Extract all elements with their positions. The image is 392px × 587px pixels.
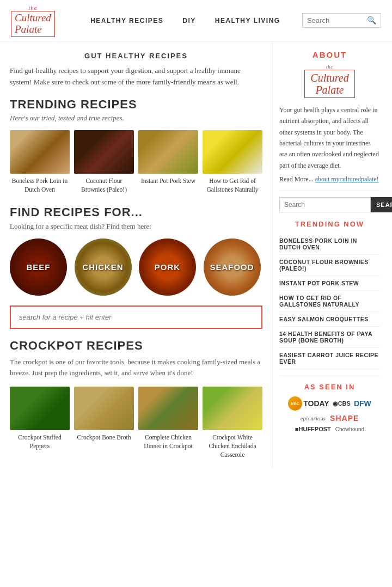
crockpot-card-enchilada[interactable]: Crockpot White Chicken Enchilada Cassero…	[203, 387, 262, 459]
as-seen-row-1: NBC TODAY ◉CBS DFW	[288, 396, 371, 411]
meat-chicken[interactable]: CHICKEN	[75, 239, 132, 296]
gut-desc: Find gut-healthy recipes to support your…	[10, 65, 262, 88]
as-seen-row-2: epicurious SHAPE	[301, 414, 359, 423]
meat-beef[interactable]: BEEF	[10, 239, 67, 296]
sidebar-logo-top: the	[279, 65, 380, 70]
meat-pork[interactable]: PORK	[139, 239, 196, 296]
crockpot-caption: Complete Chicken Dinner in Crockpot	[138, 433, 198, 450]
sidebar-about-desc: Your gut health plays a central role in …	[279, 105, 380, 171]
today-text: TODAY	[303, 399, 329, 408]
trending-item[interactable]: EASY SALMON CROQUETTES	[279, 312, 380, 327]
huffpost-logo: ■HUFFPOST	[295, 426, 331, 432]
sidebar-search: SEARCH	[279, 197, 380, 212]
shape-logo: SHAPE	[330, 414, 359, 423]
sidebar: ABOUT the CulturedPalate Your gut health…	[272, 42, 387, 469]
crockpot-caption: Crockpot Bone Broth	[74, 433, 134, 442]
find-title: FIND RECIPES FOR...	[10, 205, 262, 219]
recipe-card-gallstones[interactable]: How to Get Rid of Gallstones Naturally	[203, 130, 262, 194]
sidebar-logo[interactable]: the CulturedPalate	[279, 65, 380, 98]
recipe-img-pork-loin	[10, 130, 70, 174]
trending-item[interactable]: HOW TO GET RID OF GALLSTONES NATURALLY	[279, 291, 380, 312]
nav-healthy-recipes[interactable]: HEALTHY RECIPES	[90, 17, 163, 25]
recipe-caption: Instant Pot Pork Stew	[138, 176, 198, 185]
dfw-logo: DFW	[354, 399, 371, 408]
logo-main-text: CulturedPalate	[11, 11, 55, 37]
crockpot-caption: Crockpot Stuffed Peppers	[10, 433, 70, 450]
recipe-card-pork-loin[interactable]: Boneless Pork Loin in Dutch Oven	[10, 130, 70, 194]
nav-diy[interactable]: DIY	[182, 17, 196, 25]
today-logo: NBC TODAY	[288, 396, 329, 411]
trending-title: TRENDING RECIPES	[10, 97, 262, 112]
today-circle: NBC	[288, 396, 302, 411]
trending-item[interactable]: BONELESS PORK LOIN IN DUTCH OVEN	[279, 234, 380, 255]
meat-label-pork: PORK	[155, 262, 180, 272]
trending-item[interactable]: COCONUT FLOUR BROWNIES (PALEO!)	[279, 255, 380, 276]
crockpot-img-peppers	[10, 387, 70, 430]
trending-now-list: BONELESS PORK LOIN IN DUTCH OVEN COCONUT…	[279, 234, 380, 369]
trending-grid: Boneless Pork Loin in Dutch Oven Coconut…	[10, 130, 262, 194]
recipe-img-lemons	[203, 130, 262, 174]
gut-title: GUT HEALTHY RECIPES	[10, 52, 262, 60]
trending-sub: Here's our tried, tested and true recipe…	[10, 114, 262, 123]
as-seen-logos: NBC TODAY ◉CBS DFW epicurious SHAPE ■HUF…	[279, 396, 380, 432]
trending-item[interactable]: 14 HEALTH BENEFITS OF PAYA SOUP (BONE BR…	[279, 327, 380, 348]
crockpot-img-chicken	[138, 387, 198, 430]
sidebar-search-button[interactable]: SEARCH	[371, 197, 392, 212]
meat-label-beef: BEEF	[26, 262, 50, 272]
main-content: GUT HEALTHY RECIPES Find gut-healthy rec…	[0, 42, 272, 469]
as-seen-title: AS SEEN IN	[279, 383, 380, 391]
meat-seafood[interactable]: SEAFOOD	[204, 239, 261, 296]
crockpot-img-broth	[74, 387, 134, 430]
epicurious-logo: epicurious	[301, 415, 326, 421]
crockpot-desc: The crockpot is one of our favorite tool…	[10, 357, 262, 380]
logo-top-text: the	[11, 4, 55, 11]
recipe-caption: Coconut Flour Brownies (Paleo!)	[74, 176, 134, 194]
crockpot-card-chicken[interactable]: Complete Chicken Dinner in Crockpot	[138, 387, 198, 459]
find-sub: Looking for a specific meat dish? Find t…	[10, 222, 262, 231]
search-icon[interactable]: 🔍	[367, 16, 376, 25]
as-seen-row-3: ■HUFFPOST Chowhound	[295, 426, 364, 432]
crockpot-caption: Crockpot White Chicken Enchilada Cassero…	[203, 433, 262, 459]
crockpot-card-broth[interactable]: Crockpot Bone Broth	[74, 387, 134, 459]
header-search: 🔍	[302, 13, 381, 28]
header-search-input[interactable]	[307, 16, 367, 25]
meat-label-seafood: SEAFOOD	[210, 262, 254, 272]
about-link[interactable]: about myculturedpalate!	[315, 175, 379, 183]
recipe-card-stew[interactable]: Instant Pot Pork Stew	[138, 130, 198, 194]
trending-item[interactable]: EASIEST CARROT JUICE RECIPE EVER	[279, 348, 380, 369]
nav-healthy-living[interactable]: HEALTHY LIVING	[215, 17, 280, 25]
trending-now-title: TRENDING NOW	[279, 220, 380, 228]
sidebar-read-more: Read More... about myculturedpalate!	[279, 175, 380, 184]
site-header: the CulturedPalate HEALTHY RECIPES DIY H…	[0, 0, 392, 42]
crockpot-card-peppers[interactable]: Crockpot Stuffed Peppers	[10, 387, 70, 459]
meat-label-chicken: CHICKEN	[82, 262, 123, 272]
recipe-caption: How to Get Rid of Gallstones Naturally	[203, 176, 262, 194]
about-title: ABOUT	[279, 50, 380, 59]
recipe-search-input[interactable]	[10, 305, 262, 329]
site-logo[interactable]: the CulturedPalate	[11, 4, 55, 37]
recipe-caption: Boneless Pork Loin in Dutch Oven	[10, 176, 70, 194]
meat-categories-grid: BEEF CHICKEN PORK SEAFOOD	[10, 239, 262, 296]
crockpot-title: CROCKPOT RECIPES	[10, 339, 262, 353]
cbs-logo: ◉CBS	[333, 400, 351, 407]
recipe-img-stew	[138, 130, 198, 174]
trending-item[interactable]: INSTANT POT PORK STEW	[279, 276, 380, 291]
recipe-card-brownies[interactable]: Coconut Flour Brownies (Paleo!)	[74, 130, 134, 194]
crockpot-grid: Crockpot Stuffed Peppers Crockpot Bone B…	[10, 387, 262, 459]
chowhound-logo: Chowhound	[335, 426, 364, 432]
sidebar-divider-2	[279, 376, 380, 376]
recipe-img-brownies	[74, 130, 134, 174]
sidebar-divider-1	[279, 190, 380, 191]
crockpot-img-enchilada	[203, 387, 262, 430]
main-nav: HEALTHY RECIPES DIY HEALTHY LIVING	[69, 17, 302, 25]
sidebar-search-input[interactable]	[279, 197, 371, 212]
sidebar-logo-main: CulturedPalate	[304, 70, 354, 98]
